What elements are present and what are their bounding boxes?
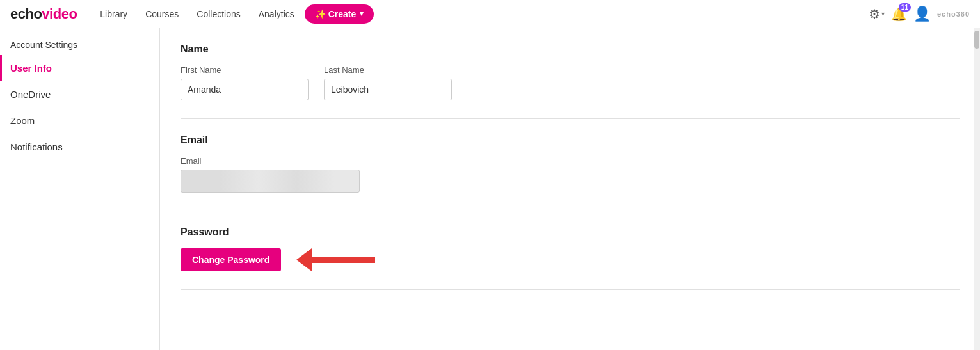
logo[interactable]: echovideo: [10, 6, 77, 22]
change-password-row: Change Password: [181, 248, 960, 271]
sidebar: Account Settings User Info OneDrive Zoom…: [0, 28, 160, 350]
logo-video: video: [42, 6, 77, 22]
sidebar-item-onedrive[interactable]: OneDrive: [0, 81, 159, 107]
email-input-blurred[interactable]: [181, 170, 360, 193]
bell-badge: 11: [899, 3, 911, 12]
sidebar-item-zoom[interactable]: Zoom: [0, 107, 159, 134]
main-layout: Account Settings User Info OneDrive Zoom…: [0, 28, 980, 350]
last-name-input[interactable]: [324, 79, 452, 100]
sidebar-item-label: Notifications: [10, 141, 63, 152]
create-label: ✨ Create: [315, 9, 356, 19]
logo-echo: echo: [10, 6, 42, 22]
sidebar-item-label: OneDrive: [10, 89, 51, 100]
name-form-row: First Name Last Name: [181, 65, 960, 100]
password-section: Password Change Password: [181, 227, 960, 290]
arrow-indicator: [296, 248, 375, 271]
first-name-input[interactable]: [181, 79, 309, 100]
sidebar-item-label: User Info: [10, 63, 52, 74]
echo360-logo: echo360: [937, 10, 970, 18]
user-avatar-button[interactable]: 👤: [913, 6, 931, 22]
nav-courses[interactable]: Courses: [138, 5, 186, 23]
email-group: Email: [181, 156, 960, 193]
scrollbar-thumb[interactable]: [974, 31, 979, 49]
name-section: Name First Name Last Name: [181, 44, 960, 119]
chevron-down-icon: ▾: [360, 10, 364, 18]
notifications-bell[interactable]: 🔔 11: [891, 6, 907, 22]
sidebar-item-label: Zoom: [10, 115, 35, 126]
arrow-head: [296, 248, 312, 271]
password-section-title: Password: [181, 227, 960, 238]
first-name-group: First Name: [181, 65, 309, 100]
name-section-title: Name: [181, 44, 960, 55]
gear-settings-button[interactable]: ⚙▾: [869, 6, 885, 22]
nav-collections[interactable]: Collections: [189, 5, 248, 23]
last-name-label: Last Name: [324, 65, 452, 75]
email-section: Email Email: [181, 134, 960, 211]
first-name-label: First Name: [181, 65, 309, 75]
nav-analytics[interactable]: Analytics: [251, 5, 302, 23]
last-name-group: Last Name: [324, 65, 452, 100]
nav-links: Library Courses Collections Analytics ✨ …: [92, 4, 869, 24]
arrow-body: [311, 257, 375, 263]
create-button[interactable]: ✨ Create ▾: [305, 4, 374, 24]
sidebar-heading: Account Settings: [0, 33, 159, 55]
change-password-label: Change Password: [192, 255, 269, 265]
nav-right: ⚙▾ 🔔 11 👤 echo360: [869, 6, 970, 22]
sidebar-item-notifications[interactable]: Notifications: [0, 134, 159, 160]
main-content: Name First Name Last Name Email Email: [160, 28, 980, 350]
sidebar-item-user-info[interactable]: User Info: [0, 55, 159, 81]
nav-library[interactable]: Library: [92, 5, 135, 23]
scrollbar-track: [974, 28, 980, 350]
top-navigation: echovideo Library Courses Collections An…: [0, 0, 980, 28]
email-label: Email: [181, 156, 960, 166]
email-section-title: Email: [181, 134, 960, 146]
change-password-button[interactable]: Change Password: [181, 248, 281, 271]
